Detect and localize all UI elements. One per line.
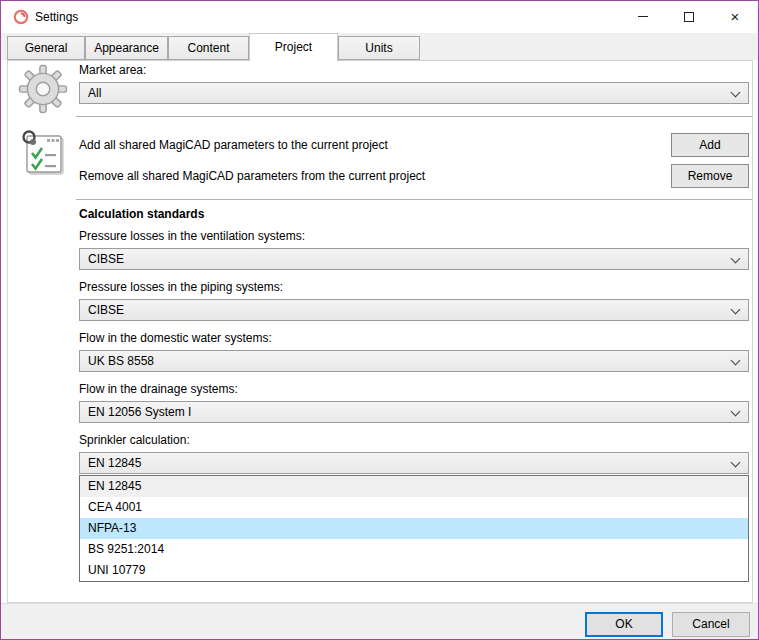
close-icon[interactable]: × [712,1,758,32]
piping-pressure-select[interactable]: CIBSE [79,299,749,321]
app-icon [13,9,29,25]
ventilation-pressure-label: Pressure losses in the ventilation syste… [79,229,305,244]
ok-button[interactable]: OK [585,612,663,637]
ventilation-pressure-select[interactable]: CIBSE [79,248,749,270]
drainage-flow-select[interactable]: EN 12056 System I [79,401,749,423]
tab-general[interactable]: General [7,36,85,60]
remove-button[interactable]: Remove [671,164,749,188]
market-area-value: All [88,86,101,100]
calculation-standards-heading: Calculation standards [79,207,204,221]
dropdown-option-nfpa-13[interactable]: NFPA-13 [80,518,748,539]
add-button[interactable]: Add [671,133,749,157]
checklist-icon [20,127,66,177]
dropdown-option-bs-9251-2014[interactable]: BS 9251:2014 [80,539,748,560]
ventilation-pressure-value: CIBSE [88,252,124,266]
window-controls: × [620,1,758,32]
sprinkler-calculation-select[interactable]: EN 12845 [79,452,749,474]
dropdown-option-cea-4001[interactable]: CEA 4001 [80,497,748,518]
chevron-down-icon [731,254,741,264]
settings-dialog: Settings × General Appearance Content Pr… [0,0,759,640]
drainage-flow-value: EN 12056 System I [88,405,191,419]
chevron-down-icon [731,356,741,366]
chevron-down-icon [731,458,741,468]
window-title: Settings [35,1,78,33]
sprinkler-calculation-label: Sprinkler calculation: [79,433,190,448]
dropdown-option-uni-10779[interactable]: UNI 10779 [80,560,748,581]
piping-pressure-label: Pressure losses in the piping systems: [79,280,283,295]
cancel-button[interactable]: Cancel [672,612,750,637]
domestic-water-flow-select[interactable]: UK BS 8558 [79,350,749,372]
maximize-icon[interactable] [666,1,712,32]
tab-units[interactable]: Units [338,36,420,60]
sprinkler-dropdown-list: EN 12845 CEA 4001 NFPA-13 BS 9251:2014 U… [79,475,749,582]
remove-parameters-text: Remove all shared MagiCAD parameters fro… [79,169,425,184]
dialog-footer: OK Cancel [1,603,758,639]
domestic-water-flow-label: Flow in the domestic water systems: [79,331,272,346]
market-area-label: Market area: [79,63,146,78]
domestic-water-flow-value: UK BS 8558 [88,354,154,368]
market-area-select[interactable]: All [79,82,749,104]
gear-icon [18,64,68,114]
chevron-down-icon [731,88,741,98]
chevron-down-icon [731,407,741,417]
tab-project[interactable]: Project [249,33,338,61]
tab-appearance[interactable]: Appearance [85,36,168,60]
minimize-icon[interactable] [620,1,666,32]
separator [76,199,752,200]
chevron-down-icon [731,305,741,315]
drainage-flow-label: Flow in the drainage systems: [79,382,238,397]
add-parameters-text: Add all shared MagiCAD parameters to the… [79,138,388,153]
tab-content[interactable]: Content [168,36,249,60]
separator [76,116,752,117]
titlebar: Settings × [1,1,758,33]
project-tab-page: Market area: All Add all shared MagiCAD … [7,60,753,603]
sprinkler-calculation-value: EN 12845 [88,456,141,470]
dropdown-option-en-12845[interactable]: EN 12845 [80,476,748,497]
tab-bar: General Appearance Content Project Units [1,33,758,60]
piping-pressure-value: CIBSE [88,303,124,317]
